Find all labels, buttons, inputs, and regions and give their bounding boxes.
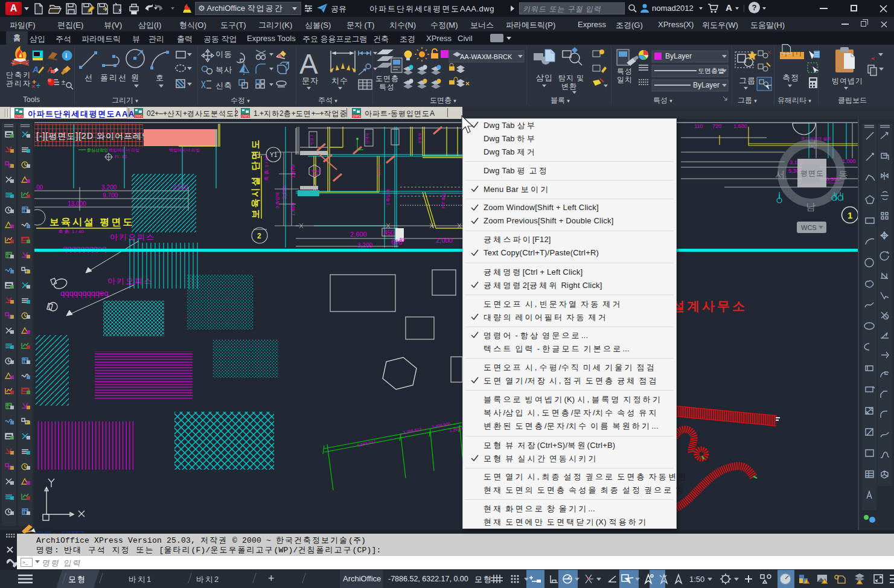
svg-text:축 츍: 1 / 40: 축 츍: 1 / 40 — [264, 155, 269, 181]
svg-text:축 츍: 1 / 40: 축 츍: 1 / 40 — [58, 229, 84, 234]
svg-text:50: 50 — [400, 237, 405, 242]
svg-text:1:50: 1:50 — [689, 575, 704, 584]
svg-text:백업에비너 리빙: 백업에비너 리빙 — [169, 148, 200, 153]
svg-text:아키오피스: 아키오피스 — [110, 232, 155, 241]
svg-text:문자: 문자 — [302, 76, 319, 85]
svg-text:Y1: Y1 — [270, 152, 278, 158]
svg-text:보육시설 평면도: 보육시설 평면도 — [49, 217, 134, 227]
svg-text:남: 남 — [806, 202, 816, 212]
svg-text:qqqqqqqqqeq: qqqqqqqqqeq — [60, 289, 109, 298]
svg-text:측정: 측정 — [782, 73, 799, 82]
svg-text:2,000: 2,000 — [436, 237, 453, 244]
svg-text:2,600: 2,600 — [350, 231, 367, 238]
svg-text:선: 선 — [85, 73, 94, 82]
svg-text:관리자: 관리자 — [6, 79, 31, 88]
svg-text:동: 동 — [838, 170, 849, 180]
svg-text:FL: 80: FL: 80 — [115, 155, 127, 159]
svg-text:DWG: DWG — [15, 114, 23, 118]
svg-text:i: i — [65, 52, 67, 59]
svg-text:1,670: 1,670 — [290, 164, 296, 178]
svg-text:서: 서 — [775, 170, 785, 180]
svg-text:탐지 및: 탐지 및 — [558, 74, 584, 82]
svg-text:3,200: 3,200 — [357, 242, 372, 249]
svg-text:3,220: 3,220 — [281, 185, 287, 199]
svg-text:단역재: 단역재 — [365, 133, 369, 144]
svg-text:00: 00 — [36, 184, 43, 191]
svg-text:북: 북 — [807, 139, 817, 150]
svg-text:×: × — [31, 83, 35, 90]
svg-text:ByLayer: ByLayer — [665, 52, 692, 60]
svg-text:13,000: 13,000 — [68, 200, 86, 207]
svg-text:720: 720 — [712, 123, 721, 129]
svg-text:!: ! — [807, 580, 808, 584]
svg-text:DWG: DWG — [353, 114, 360, 118]
svg-text:특성: 특성 — [617, 67, 633, 75]
svg-text:3,200: 3,200 — [101, 184, 117, 191]
svg-text:1,000: 1,000 — [842, 158, 856, 164]
svg-text:탄성 1: 탄성 1 — [310, 134, 314, 145]
svg-text:빙여넵기: 빙여넵기 — [832, 77, 863, 85]
svg-text:450: 450 — [384, 229, 394, 236]
svg-text:삼입: 삼입 — [536, 73, 553, 82]
svg-text:DWG: DWG — [241, 114, 249, 118]
svg-text:이동: 이동 — [216, 50, 232, 59]
svg-text:÷: ÷ — [36, 81, 40, 90]
svg-text:PIT 측양: PIT 측양 — [441, 192, 445, 208]
svg-text:변환: 변환 — [561, 82, 577, 91]
svg-text:특성: 특성 — [379, 83, 395, 91]
svg-text:[-][평면도][2D 와이어프레임]: [-][평면도][2D 와이어프레임] — [36, 131, 154, 141]
svg-text:신축: 신축 — [216, 81, 232, 90]
svg-text:중심선락인: 중심선락인 — [87, 148, 108, 152]
svg-text:치수: 치수 — [331, 76, 348, 85]
svg-text:1,600: 1,600 — [733, 123, 747, 129]
svg-text:보용재: 보용재 — [418, 133, 421, 144]
svg-text:A: A — [299, 48, 318, 80]
svg-text:±: ± — [62, 78, 65, 86]
svg-text:1,600: 1,600 — [377, 164, 381, 175]
svg-text:백업에비너 리빙: 백업에비너 리빙 — [109, 148, 139, 153]
svg-text:원: 원 — [131, 73, 140, 82]
svg-text:3 측양액: 3 측양액 — [275, 192, 279, 208]
svg-text:104: 104 — [312, 173, 319, 176]
svg-text:복사: 복사 — [216, 65, 232, 74]
svg-text:1 측양액: 1 측양액 — [386, 189, 390, 205]
svg-text:그룹: 그룹 — [739, 76, 756, 85]
svg-text:1,550: 1,550 — [290, 202, 296, 216]
svg-text:보육시설 단면도: 보육시설 단면도 — [250, 138, 260, 219]
svg-text:ByLayer: ByLayer — [693, 81, 720, 89]
svg-text:AA-WAXM-BRCK: AA-WAXM-BRCK — [460, 53, 512, 60]
svg-text:폴리선: 폴리선 — [100, 73, 127, 82]
svg-text:DWG: DWG — [135, 114, 142, 118]
svg-text:110: 110 — [694, 123, 703, 129]
svg-text:평면도: 평면도 — [800, 169, 824, 177]
svg-text:A: A — [32, 65, 39, 74]
svg-text:도면층: 도면층 — [375, 74, 399, 83]
svg-text:2: 2 — [257, 232, 261, 240]
svg-text:단축키: 단축키 — [6, 71, 31, 79]
svg-text:일치: 일치 — [617, 75, 633, 84]
svg-text:설계사무소: 설계사무소 — [672, 299, 747, 313]
svg-text:호: 호 — [156, 73, 165, 82]
svg-text:도면층별: 도면층별 — [698, 67, 724, 74]
svg-text:1: 1 — [848, 210, 852, 220]
svg-text:9,700: 9,700 — [103, 192, 118, 199]
svg-text:WCS: WCS — [801, 224, 817, 231]
